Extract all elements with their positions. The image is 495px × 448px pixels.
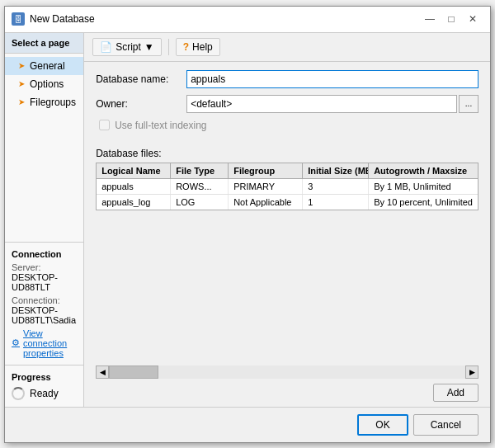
title-bar: 🗄 New Database — □ ✕ — [5, 7, 490, 33]
db-files-label: Database files: — [96, 148, 478, 159]
cell-initsize-0: 3 — [303, 179, 369, 194]
nav-items: ➤ General ➤ Options ➤ Filegroups — [5, 54, 83, 115]
script-icon: 📄 — [100, 41, 112, 53]
minimize-button[interactable]: — — [419, 11, 441, 27]
progress-section: Progress Ready — [5, 365, 83, 407]
nav-arrow-options: ➤ — [18, 79, 25, 88]
owner-row: Owner: ... — [96, 95, 478, 113]
right-panel: 📄 Script ▼ ? Help Database name: Owner: — [84, 33, 490, 407]
close-button[interactable]: ✕ — [462, 11, 483, 27]
maximize-button[interactable]: □ — [441, 11, 462, 27]
cell-initsize-1: 1 — [303, 195, 369, 210]
browse-button[interactable]: ... — [459, 95, 478, 113]
dialog-title: New Database — [30, 13, 95, 25]
cell-filegroup-1: Not Applicable — [229, 195, 303, 210]
left-spacer — [5, 115, 83, 242]
connection-value: DESKTOP-UD88TLT\Sadia — [12, 305, 77, 325]
nav-arrow-general: ➤ — [18, 61, 25, 70]
fulltext-row: Use full-text indexing — [96, 120, 478, 131]
view-connection-link[interactable]: ⚙ View connection properties — [12, 328, 77, 358]
add-button[interactable]: Add — [433, 384, 478, 402]
scroll-right-button[interactable]: ▶ — [465, 365, 478, 379]
cell-autogrowth-1: By 10 percent, Unlimited — [369, 195, 478, 210]
title-controls: — □ ✕ — [419, 11, 483, 27]
help-icon: ? — [183, 41, 189, 53]
col-header-logical: Logical Name — [97, 163, 171, 178]
select-page-header: Select a page — [5, 33, 83, 54]
db-name-row: Database name: — [96, 70, 478, 88]
script-dropdown-icon: ▼ — [144, 41, 154, 53]
script-label: Script — [116, 41, 141, 53]
sidebar-item-options[interactable]: ➤ Options — [5, 75, 83, 93]
dialog-footer: OK Cancel — [5, 407, 490, 442]
server-label: Server: — [12, 262, 77, 272]
bottom-area: Add — [84, 379, 490, 407]
ok-button[interactable]: OK — [357, 414, 408, 436]
scroll-track[interactable] — [109, 365, 465, 379]
sidebar-item-options-label: Options — [30, 78, 64, 90]
table-row[interactable]: appuals ROWS... PRIMARY 3 By 1 MB, Unlim… — [97, 179, 478, 195]
table-row[interactable]: appuals_log LOG Not Applicable 1 By 10 p… — [97, 195, 478, 210]
cell-filegroup-0: PRIMARY — [229, 179, 303, 194]
connection-section: Connection Server: DESKTOP-UD88TLT Conne… — [5, 242, 83, 365]
cell-filetype-1: LOG — [171, 195, 229, 210]
progress-title: Progress — [12, 372, 77, 382]
nav-arrow-filegroups: ➤ — [18, 97, 25, 106]
script-button[interactable]: 📄 Script ▼ — [92, 38, 162, 56]
col-header-autogrowth: Autogrowth / Maxsize — [369, 163, 478, 178]
help-button[interactable]: ? Help — [176, 38, 220, 56]
col-header-filegroup: Filegroup — [229, 163, 303, 178]
cell-logical-1: appuals_log — [97, 195, 171, 210]
sidebar-item-filegroups[interactable]: ➤ Filegroups — [5, 93, 83, 111]
title-bar-left: 🗄 New Database — [12, 12, 95, 26]
cell-logical-0: appuals — [97, 179, 171, 194]
sidebar-item-general[interactable]: ➤ General — [5, 57, 83, 75]
progress-status: Ready — [30, 388, 59, 399]
cell-autogrowth-0: By 1 MB, Unlimited — [369, 179, 478, 194]
link-icon: ⚙ — [12, 337, 20, 348]
right-spacer — [84, 210, 490, 365]
scroll-thumb[interactable] — [109, 365, 158, 379]
db-name-label: Database name: — [96, 73, 186, 85]
sidebar-item-general-label: General — [30, 60, 65, 72]
owner-label: Owner: — [96, 98, 186, 110]
connection-title: Connection — [12, 249, 77, 259]
dialog-icon: 🗄 — [12, 12, 25, 26]
connection-label: Connection: — [12, 295, 77, 305]
db-name-input[interactable] — [186, 70, 478, 88]
new-database-dialog: 🗄 New Database — □ ✕ Select a page ➤ Gen… — [4, 6, 491, 443]
view-connection-label: View connection properties — [23, 328, 77, 358]
horizontal-scrollbar[interactable]: ◀ ▶ — [96, 365, 478, 379]
table-header: Logical Name File Type Filegroup Initial… — [97, 163, 478, 179]
progress-row: Ready — [12, 387, 77, 400]
help-label: Help — [192, 41, 213, 53]
toolbar: 📄 Script ▼ ? Help — [84, 33, 490, 62]
col-header-initsize: Initial Size (MB) — [303, 163, 369, 178]
left-panel: Select a page ➤ General ➤ Options ➤ File… — [5, 33, 84, 407]
fulltext-label: Use full-text indexing — [115, 120, 206, 131]
cancel-button[interactable]: Cancel — [413, 414, 478, 436]
toolbar-separator — [168, 39, 169, 55]
db-files-section: Database files: Logical Name File Type F… — [96, 148, 478, 210]
scroll-left-button[interactable]: ◀ — [96, 365, 109, 379]
fulltext-checkbox[interactable] — [99, 120, 110, 130]
form-area: Database name: Owner: ... Use full-text … — [84, 62, 490, 148]
server-value: DESKTOP-UD88TLT — [12, 272, 77, 292]
cell-filetype-0: ROWS... — [171, 179, 229, 194]
col-header-filetype: File Type — [171, 163, 229, 178]
owner-input[interactable] — [186, 95, 457, 113]
dialog-body: Select a page ➤ General ➤ Options ➤ File… — [5, 33, 490, 407]
sidebar-item-filegroups-label: Filegroups — [30, 97, 76, 108]
progress-spinner — [12, 387, 25, 400]
files-table: Logical Name File Type Filegroup Initial… — [96, 163, 478, 210]
